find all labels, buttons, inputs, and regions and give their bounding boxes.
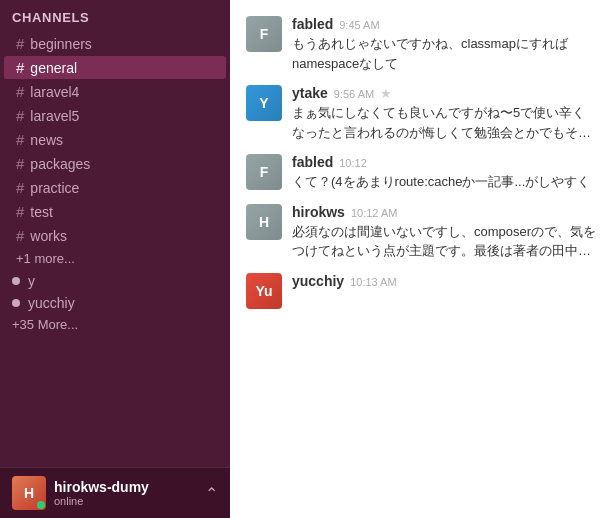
footer-status: online bbox=[54, 495, 149, 507]
dm-status-dot bbox=[12, 277, 20, 285]
channel-hash-icon: # bbox=[16, 203, 24, 220]
footer-avatar: H bbox=[12, 476, 46, 510]
footer-user[interactable]: H hirokws-dumy online bbox=[12, 476, 205, 510]
message-body: ytake 9:56 AM ★ まぁ気にしなくても良いんですがね〜5で使い辛くな… bbox=[292, 85, 598, 142]
message-author: hirokws bbox=[292, 204, 345, 220]
message-msg2: Y ytake 9:56 AM ★ まぁ気にしなくても良いんですがね〜5で使い辛… bbox=[230, 79, 614, 148]
dm-status-dot bbox=[12, 299, 20, 307]
sidebar-item-packages[interactable]: #packages bbox=[4, 152, 226, 175]
message-msg3: F fabled 10:12 くて？(4をあまりroute:cacheか一記事.… bbox=[230, 148, 614, 198]
message-time: 10:12 AM bbox=[351, 207, 397, 219]
message-msg4: H hirokws 10:12 AM 必須なのは間違いないですし、compose… bbox=[230, 198, 614, 267]
channel-label: laravel5 bbox=[30, 108, 79, 124]
message-header: hirokws 10:12 AM bbox=[292, 204, 598, 220]
sidebar-item-practice[interactable]: #practice bbox=[4, 176, 226, 199]
message-time: 10:13 AM bbox=[350, 276, 396, 288]
message-time: 9:45 AM bbox=[339, 19, 379, 31]
channel-label: test bbox=[30, 204, 53, 220]
chevron-up-icon[interactable]: ⌃ bbox=[205, 484, 218, 503]
message-header: yucchiy 10:13 AM bbox=[292, 273, 598, 289]
dms-more-link[interactable]: +35 More... bbox=[0, 314, 230, 335]
channel-hash-icon: # bbox=[16, 227, 24, 244]
avatar: Y bbox=[246, 85, 282, 121]
message-body: yucchiy 10:13 AM bbox=[292, 273, 598, 291]
sidebar-item-general[interactable]: #general bbox=[4, 56, 226, 79]
channel-hash-icon: # bbox=[16, 179, 24, 196]
message-author: yucchiy bbox=[292, 273, 344, 289]
avatar: F bbox=[246, 16, 282, 52]
message-time: 9:56 AM bbox=[334, 88, 374, 100]
dm-label: y bbox=[28, 273, 35, 289]
channel-hash-icon: # bbox=[16, 59, 24, 76]
message-text: くて？(4をあまりroute:cacheか一記事...がしやすく bbox=[292, 172, 598, 192]
sidebar-item-works[interactable]: #works bbox=[4, 224, 226, 247]
sidebar: CHANNELS #beginners#general#laravel4#lar… bbox=[0, 0, 230, 518]
message-author: ytake bbox=[292, 85, 328, 101]
message-author: fabled bbox=[292, 154, 333, 170]
channel-label: works bbox=[30, 228, 67, 244]
footer-username: hirokws-dumy bbox=[54, 479, 149, 495]
dm-label: yucchiy bbox=[28, 295, 75, 311]
channel-list: #beginners#general#laravel4#laravel5#new… bbox=[0, 31, 230, 467]
message-text: もうあれじゃないですかね、classmapにすればnamespaceなして bbox=[292, 34, 598, 73]
channel-label: laravel4 bbox=[30, 84, 79, 100]
channel-hash-icon: # bbox=[16, 35, 24, 52]
message-body: fabled 9:45 AM もうあれじゃないですかね、classmapにすれば… bbox=[292, 16, 598, 73]
channel-hash-icon: # bbox=[16, 131, 24, 148]
channel-label: general bbox=[30, 60, 77, 76]
channel-label: practice bbox=[30, 180, 79, 196]
message-text: 必須なのは間違いないですし、composerので、気をつけてねという点が主題です… bbox=[292, 222, 598, 261]
channel-label: beginners bbox=[30, 36, 92, 52]
sidebar-item-test[interactable]: #test bbox=[4, 200, 226, 223]
sidebar-item-laravel4[interactable]: #laravel4 bbox=[4, 80, 226, 103]
messages-container: F fabled 9:45 AM もうあれじゃないですかね、classmapにす… bbox=[230, 0, 614, 518]
sidebar-footer: H hirokws-dumy online ⌃ bbox=[0, 467, 230, 518]
star-icon[interactable]: ★ bbox=[380, 86, 392, 101]
dm-item-yucchiy[interactable]: yucchiy bbox=[0, 292, 230, 314]
footer-user-info: hirokws-dumy online bbox=[54, 479, 149, 507]
channel-hash-icon: # bbox=[16, 155, 24, 172]
message-text: まぁ気にしなくても良いんですがね〜5で使い辛くなったと言われるのが悔しくて勉強会… bbox=[292, 103, 598, 142]
sidebar-item-beginners[interactable]: #beginners bbox=[4, 32, 226, 55]
sidebar-item-laravel5[interactable]: #laravel5 bbox=[4, 104, 226, 127]
avatar: H bbox=[246, 204, 282, 240]
online-indicator bbox=[37, 501, 45, 509]
chat-area: F fabled 9:45 AM もうあれじゃないですかね、classmapにす… bbox=[230, 0, 614, 518]
message-header: fabled 10:12 bbox=[292, 154, 598, 170]
message-msg5: Yu yucchiy 10:13 AM bbox=[230, 267, 614, 315]
channel-label: packages bbox=[30, 156, 90, 172]
message-header: ytake 9:56 AM ★ bbox=[292, 85, 598, 101]
message-time: 10:12 bbox=[339, 157, 367, 169]
channel-hash-icon: # bbox=[16, 107, 24, 124]
message-body: hirokws 10:12 AM 必須なのは間違いないですし、composerの… bbox=[292, 204, 598, 261]
message-author: fabled bbox=[292, 16, 333, 32]
channel-label: news bbox=[30, 132, 63, 148]
message-body: fabled 10:12 くて？(4をあまりroute:cacheか一記事...… bbox=[292, 154, 598, 192]
dm-item-y[interactable]: y bbox=[0, 270, 230, 292]
channels-more-link[interactable]: +1 more... bbox=[4, 248, 226, 269]
channels-header: CHANNELS bbox=[0, 0, 230, 31]
avatar: Yu bbox=[246, 273, 282, 309]
message-header: fabled 9:45 AM bbox=[292, 16, 598, 32]
avatar: F bbox=[246, 154, 282, 190]
sidebar-item-news[interactable]: #news bbox=[4, 128, 226, 151]
message-msg1: F fabled 9:45 AM もうあれじゃないですかね、classmapにす… bbox=[230, 10, 614, 79]
channel-hash-icon: # bbox=[16, 83, 24, 100]
